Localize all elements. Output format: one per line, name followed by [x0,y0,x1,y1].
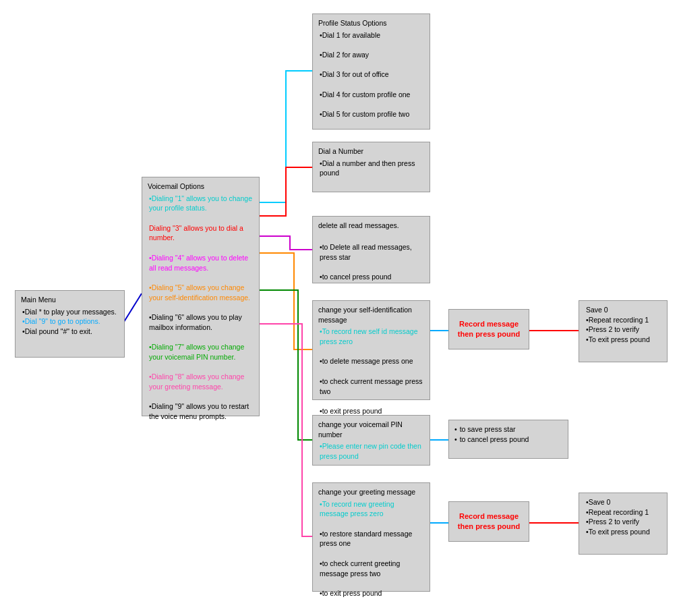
main-menu-title: Main Menu [21,295,119,305]
so1-bullet-2: •Repeat recording 1 [585,315,661,325]
diagram: Main Menu •Dial * to play your messages.… [0,0,679,616]
delete-read-box: delete all read messages. •to Delete all… [312,216,430,283]
save-options-self-id-box: Save 0 •Repeat recording 1 •Press 2 to v… [579,300,668,362]
delete-read-title: delete all read messages. [318,221,424,231]
record-self-id-box: Record message then press pound [448,309,529,349]
gr-bullet-2: •to restore standard message press one [318,529,424,549]
greeting-title: change your greeting message [318,487,424,497]
main-menu-bullet-2: •Dial "9" to go to options. [21,316,119,327]
si-bullet-2: •to delete message press one [318,356,424,366]
ps-bullet-1: •Dial 1 for available [318,30,424,40]
pin-save-box: •to save press star •to cancel press pou… [448,420,568,459]
self-id-title: change your self-identification message [318,305,424,325]
so1-bullet-1: Save 0 [585,305,661,315]
dn-bullet-1: •Dial a number and then press pound [318,159,424,178]
ps-bullet-2: •Dial 2 for away [318,50,424,60]
gr-bullet-4: •to exit press pound [318,588,424,598]
save-options-greeting-box: •Save 0 •Repeat recording 1 •Press 2 to … [579,493,668,555]
so2-bullet-2: •Repeat recording 1 [585,507,661,517]
vo-bullet-7: •Dialing "8" allows you change your gree… [148,372,254,391]
main-menu-bullet-3: •Dial pound "#" to exit. [21,327,119,337]
ps-bullet-5: •Dial 5 for custom profile two [318,109,424,119]
dial-number-title: Dial a Number [318,146,424,157]
vo-bullet-6: •Dialing "7" allows you change your voic… [148,342,254,362]
dial-number-box: Dial a Number •Dial a number and then pr… [312,142,430,192]
voicemail-options-title: Voicemail Options [148,181,254,192]
pin-save-bullet-2: •to cancel press pound [454,435,562,445]
vo-bullet-4: •Dialing "5" allows you change your self… [148,283,254,302]
pin-bullet-1: •Please enter new pin code then press po… [318,441,424,461]
so1-bullet-3: •Press 2 to verify [585,325,661,335]
record-greeting-label: Record message then press pound [454,511,523,532]
vo-bullet-8: •Dialing "9" allows you to restart the v… [148,401,254,421]
si-bullet-1: •To record new self id message press zer… [318,327,424,346]
so2-bullet-3: •Press 2 to verify [585,517,661,527]
voicemail-options-box: Voicemail Options •Dialing "1" allows yo… [142,177,260,416]
greeting-box: change your greeting message •To record … [312,482,430,592]
main-menu-bullet-1: •Dial * to play your messages. [21,307,119,317]
vo-bullet-3: •Dialing "4" allows you to delete all re… [148,253,254,273]
profile-status-box: Profile Status Options •Dial 1 for avail… [312,13,430,130]
record-greeting-box: Record message then press pound [448,501,529,542]
ps-bullet-4: •Dial 4 for custom profile one [318,90,424,100]
vo-bullet-2: Dialing "3" allows you to dial a number. [148,223,254,243]
pin-title: change your voicemail PIN number [318,420,424,439]
dr-bullet-1: •to Delete all read messages, press star [318,242,424,262]
so2-bullet-1: •Save 0 [585,497,661,507]
so1-bullet-4: •To exit press pound [585,335,661,345]
svg-line-0 [123,293,142,324]
self-id-box: change your self-identification message … [312,300,430,400]
vo-bullet-5: •Dialing "6" allows you to play mailbox … [148,312,254,332]
gr-bullet-1: •To record new greeting message press ze… [318,499,424,519]
pin-save-bullet-1: •to save press star [454,424,562,435]
ps-bullet-3: •Dial 3 for out of office [318,69,424,80]
si-bullet-3: •to check current message press two [318,376,424,396]
dr-bullet-2: •to cancel press pound [318,272,424,282]
profile-status-title: Profile Status Options [318,18,424,28]
so2-bullet-4: •To exit press pound [585,527,661,537]
record-self-id-label: Record message then press pound [454,319,523,340]
main-menu-box: Main Menu •Dial * to play your messages.… [15,290,125,358]
pin-number-box: change your voicemail PIN number •Please… [312,415,430,466]
gr-bullet-3: •to check current greeting message press… [318,559,424,578]
vo-bullet-1: •Dialing "1" allows you to change your p… [148,194,254,213]
